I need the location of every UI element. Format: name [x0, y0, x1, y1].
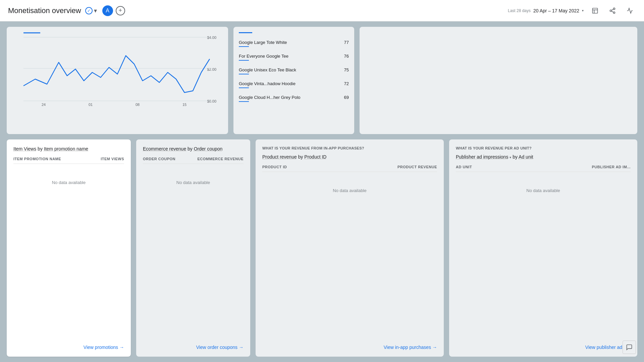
date-range-value: 20 Apr – 17 May 2022 [533, 8, 579, 13]
date-range[interactable]: Last 28 days 20 Apr – 17 May 2022 ▾ [508, 8, 584, 13]
item-name: Google Unisex Eco Tee Black [239, 67, 296, 76]
promotions-title-part1: Item Views [13, 146, 36, 152]
promotions-title-by: by [38, 146, 44, 152]
avatar-button[interactable]: A [102, 5, 113, 16]
item-name: For Everyone Google Tee [239, 54, 288, 62]
promotions-card: Item Views by Item promotion name ITEM P… [7, 139, 131, 357]
svg-text:24: 24 [42, 103, 46, 106]
ecommerce-card: Ecommerce revenue by Order coupon ORDER … [136, 139, 250, 357]
items-card: Google Large Tote White 77 For Everyone … [233, 27, 354, 134]
promotions-title: Item Views by Item promotion name [13, 146, 124, 152]
table-row: Google Large Tote White 77 [239, 37, 349, 51]
item-count: 76 [344, 54, 349, 59]
promotions-table-header: ITEM PROMOTION NAME ITEM VIEWS [13, 157, 124, 164]
publisher-title-dropdown[interactable]: ▾ [509, 156, 511, 159]
inapp-title-part3: Product ID [304, 154, 326, 160]
inapp-title: Product revenue by Product ID [262, 154, 437, 160]
svg-point-3 [613, 8, 615, 9]
top-bar: Monetisation overview ✓ ▾ A + Last 28 da… [0, 0, 644, 21]
publisher-title-by: by [513, 154, 519, 160]
items-table: Google Large Tote White 77 For Everyone … [239, 37, 349, 106]
promotions-title-part3: Item promotion name [44, 146, 88, 152]
item-count: 72 [344, 81, 349, 86]
date-range-label: Last 28 days [508, 8, 531, 13]
publisher-col1: AD UNIT [456, 165, 472, 169]
svg-text:$4.00: $4.00 [207, 36, 216, 40]
chart-card: $4.00 $2.00 $0.00 24 Apr 01 May 08 15 [7, 27, 228, 134]
revenue-chart: $4.00 $2.00 $0.00 24 Apr 01 May 08 15 [12, 32, 223, 106]
inapp-col2: PRODUCT REVENUE [397, 165, 437, 169]
bottom-row: Item Views by Item promotion name ITEM P… [7, 139, 637, 357]
ecommerce-col2: ECOMMERCE REVENUE [198, 157, 244, 161]
publisher-title-part1: Publisher ad impressions [456, 154, 508, 160]
svg-text:01: 01 [89, 103, 93, 106]
publisher-section-label: WHAT IS YOUR REVENUE PER AD UNIT? [456, 146, 631, 150]
publisher-col2: PUBLISHER AD IM... [592, 165, 631, 169]
svg-point-5 [613, 12, 615, 13]
view-order-coupons-link[interactable]: View order coupons → [196, 345, 244, 350]
ecommerce-table-header: ORDER COUPON ECOMMERCE REVENUE [143, 157, 244, 164]
check-dropdown[interactable]: ✓ ▾ [85, 7, 97, 14]
svg-text:08: 08 [136, 103, 140, 106]
top-bar-right: Last 28 days 20 Apr – 17 May 2022 ▾ [508, 5, 636, 17]
ecommerce-title: Ecommerce revenue by Order coupon [143, 146, 244, 152]
inapp-title-by: by [298, 154, 305, 160]
ecommerce-title-by: by [187, 146, 194, 152]
item-name: Google Cloud H...her Grey Polo [239, 95, 301, 103]
check-icon: ✓ [85, 7, 93, 14]
view-promotions-link[interactable]: View promotions → [84, 345, 124, 350]
svg-text:15: 15 [182, 103, 186, 106]
top-row: $4.00 $2.00 $0.00 24 Apr 01 May 08 15 [7, 27, 637, 134]
publisher-table-header: AD UNIT PUBLISHER AD IM... [456, 165, 631, 172]
promotions-no-data: No data available [13, 167, 124, 198]
share-button[interactable] [606, 5, 619, 17]
item-name: Google Vinta...hadow Hoodie [239, 81, 296, 89]
publisher-no-data: No data available [456, 175, 631, 206]
inapp-table-header: PRODUCT ID PRODUCT REVENUE [262, 165, 437, 172]
chat-button[interactable] [623, 341, 636, 354]
publisher-title: Publisher ad impressions ▾ by Ad unit [456, 154, 631, 160]
item-count: 69 [344, 95, 349, 100]
publisher-card: WHAT IS YOUR REVENUE PER AD UNIT? Publis… [449, 139, 637, 357]
inapp-col1: PRODUCT ID [262, 165, 287, 169]
inapp-title-part1: Product revenue [262, 154, 297, 160]
ecommerce-title-part3: Order coupon [194, 146, 223, 152]
ecommerce-title-part1: Ecommerce revenue [143, 146, 186, 152]
table-row: Google Vinta...hadow Hoodie 72 [239, 78, 349, 92]
items-indicator [239, 32, 252, 33]
svg-point-4 [610, 10, 612, 11]
item-count: 77 [344, 40, 349, 45]
add-button[interactable]: + [116, 6, 125, 15]
main-content: $4.00 $2.00 $0.00 24 Apr 01 May 08 15 [0, 21, 644, 362]
date-dropdown-arrow[interactable]: ▾ [582, 9, 584, 12]
promotions-col1: ITEM PROMOTION NAME [13, 157, 61, 161]
analytics-button[interactable] [624, 5, 636, 17]
item-lists-card: View item lists → [360, 27, 637, 134]
inapp-no-data: No data available [262, 175, 437, 206]
svg-text:$0.00: $0.00 [207, 99, 216, 103]
page-title: Monetisation overview [8, 6, 81, 15]
table-row: Google Unisex Eco Tee Black 75 [239, 65, 349, 78]
svg-line-6 [611, 11, 613, 12]
item-name: Google Large Tote White [239, 40, 287, 48]
inapp-card: WHAT IS YOUR REVENUE FROM IN-APP PURCHAS… [256, 139, 444, 357]
ecommerce-col1: ORDER COUPON [143, 157, 175, 161]
item-count: 75 [344, 67, 349, 72]
svg-text:$2.00: $2.00 [207, 67, 216, 71]
svg-rect-0 [593, 8, 598, 13]
bookmark-button[interactable] [589, 5, 601, 17]
ecommerce-no-data: No data available [143, 167, 244, 198]
promotions-col2: ITEM VIEWS [101, 157, 124, 161]
title-dropdown-arrow[interactable]: ▾ [94, 7, 97, 14]
inapp-section-label: WHAT IS YOUR REVENUE FROM IN-APP PURCHAS… [262, 146, 437, 150]
svg-line-7 [611, 9, 613, 10]
table-row: For Everyone Google Tee 76 [239, 51, 349, 65]
table-row: Google Cloud H...her Grey Polo 69 [239, 92, 349, 106]
view-inapp-purchases-link[interactable]: View in-app purchases → [384, 345, 437, 350]
publisher-title-part3: Ad unit [519, 154, 533, 160]
